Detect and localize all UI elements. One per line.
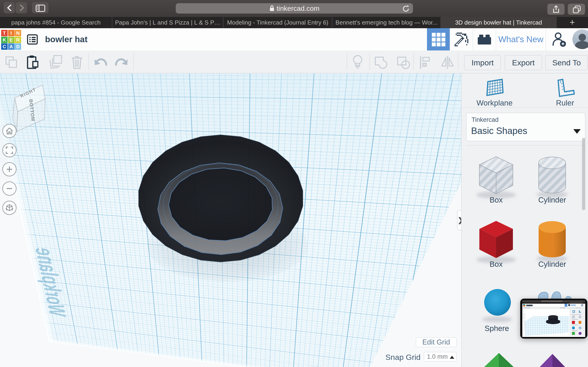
- svg-text:Box: Box: [490, 260, 503, 268]
- svg-text:Box: Box: [490, 196, 503, 204]
- svg-text:Sphere: Sphere: [485, 324, 509, 333]
- svg-text:Cylinder: Cylinder: [538, 260, 566, 268]
- svg-text:Cylinder: Cylinder: [538, 196, 566, 204]
